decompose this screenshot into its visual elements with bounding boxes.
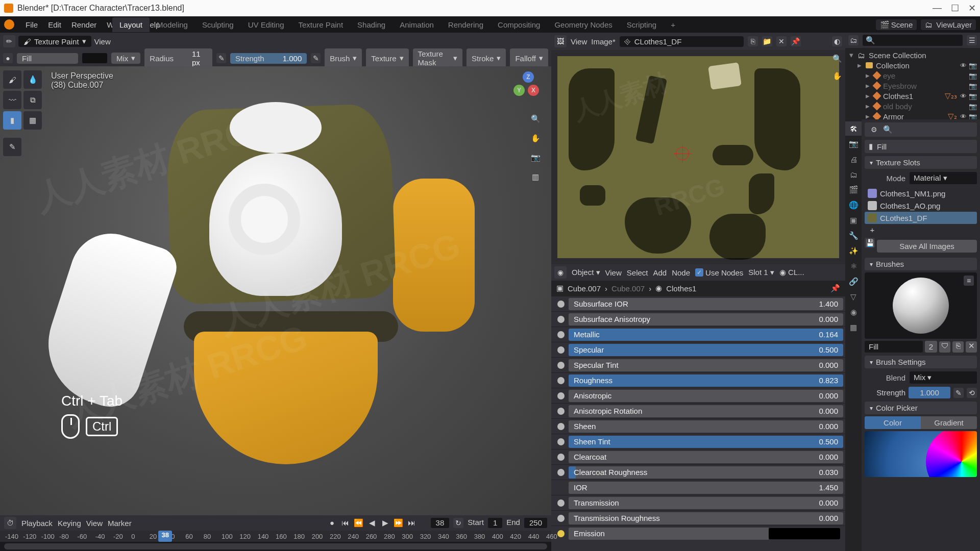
uv-zoom-icon[interactable]: 🔍 (831, 54, 843, 66)
timeline-menu-keying[interactable]: Keying (58, 519, 81, 528)
texture-mask-dropdown[interactable]: Texture Mask ▾ (413, 48, 463, 68)
tool-fill[interactable]: ▮ (3, 111, 21, 130)
workspace-tab-geometry-nodes[interactable]: Geometry Nodes (547, 17, 619, 32)
brush-name-field[interactable]: Fill (865, 341, 923, 353)
save-all-images-button[interactable]: Save All Images (877, 240, 977, 253)
brush-add-icon[interactable]: ⎘ (952, 341, 964, 353)
image-new-icon[interactable]: ⎘ (748, 36, 758, 46)
brush-strength-slider[interactable]: 1.000 (909, 387, 950, 398)
outliner-scene-collection[interactable]: ▾🗂Scene Collection (848, 50, 977, 60)
bsdf-specular-tint[interactable]: Specular Tint0.000 (551, 357, 845, 372)
texture-slots-header[interactable]: ▾Texture Slots (865, 156, 977, 169)
bsdf-clearcoat-roughness[interactable]: Clearcoat Roughness0.030 (551, 464, 845, 480)
workspace-tab-compositing[interactable]: Compositing (491, 17, 547, 32)
3d-viewport[interactable]: 🖌 💧 〰 ⧉ ▮ ▦ ✎ User Perspective (38) Cube… (0, 66, 551, 515)
menu-edit[interactable]: Edit (43, 20, 66, 29)
texture-dropdown[interactable]: Texture ▾ (366, 48, 408, 68)
texture-mode-dropdown[interactable]: Material ▾ (910, 172, 977, 184)
timeline-editor-icon[interactable]: ⏱ (4, 517, 16, 529)
start-frame-field[interactable]: 1 (488, 518, 502, 528)
bsdf-sheen-tint[interactable]: Sheen Tint0.500 (551, 434, 845, 449)
save-image-icon[interactable]: 💾 (865, 238, 875, 248)
uv-pan-icon[interactable]: ✋ (831, 71, 843, 84)
menu-render[interactable]: Render (66, 20, 102, 29)
brush-settings-header[interactable]: ▾Brush Settings (865, 356, 977, 368)
autokey-icon[interactable]: ● (327, 518, 338, 528)
tool-smear[interactable]: 〰 (3, 91, 21, 109)
outliner-item-eyesbrow[interactable]: ▸Eyesbrow 📷 (848, 81, 977, 91)
tab-scene[interactable]: 🎬 (845, 183, 862, 197)
scene-selector[interactable]: 🎬 Scene (876, 19, 917, 30)
brush-preview[interactable]: ≡ (865, 272, 977, 339)
material-name-field[interactable]: ◉ CL... (779, 268, 804, 277)
workspace-tab-uv-editing[interactable]: UV Editing (241, 17, 291, 32)
texture-slot-clothes1-nm1-png[interactable]: Clothes1_NM1.png (865, 187, 977, 199)
outliner-filter-icon[interactable]: ☰ (967, 35, 977, 45)
jump-start-icon[interactable]: ⏮ (340, 518, 351, 528)
strength-pressure-icon[interactable]: ✎ (953, 388, 964, 398)
image-name-field[interactable]: 🞜 CLothes1_DF (620, 36, 744, 47)
brush-dropdown[interactable]: Brush ▾ (325, 48, 362, 68)
node-menu-add[interactable]: Add (653, 268, 667, 277)
outliner-icon[interactable]: 🗂 (848, 35, 859, 45)
panel-options-icon[interactable]: ⚙ (869, 124, 879, 135)
color-tab[interactable]: Color (865, 416, 921, 429)
strength-field[interactable]: Strength 1.000 (230, 53, 307, 64)
image-open-icon[interactable]: 📁 (762, 36, 772, 46)
timeline-menu-marker[interactable]: Marker (108, 519, 132, 528)
tab-data[interactable]: ▽ (845, 290, 862, 304)
tab-object[interactable]: ▣ (845, 213, 862, 228)
bsdf-transmission[interactable]: Transmission0.000 (551, 495, 845, 510)
material-slot-dropdown[interactable]: Slot 1 ▾ (748, 268, 774, 277)
outliner-item-old-body[interactable]: ▸old body 📷 (848, 101, 977, 111)
window-close-button[interactable]: ✕ (968, 3, 976, 14)
image-editor-icon[interactable]: 🖼 (554, 35, 567, 47)
use-nodes-checkbox[interactable]: ✓Use Nodes (695, 268, 743, 277)
workspace-tab-layout[interactable]: Layout (112, 17, 150, 32)
strength-invert-icon[interactable]: ⟲ (967, 388, 977, 398)
shader-type-dropdown[interactable]: Object ▾ (572, 268, 600, 277)
uv-shading-icon[interactable]: ◐ (832, 36, 842, 46)
workspace-tab-animation[interactable]: Animation (393, 17, 441, 32)
window-maximize-button[interactable]: ☐ (951, 3, 959, 14)
outliner-search[interactable]: 🔍 (863, 35, 963, 46)
timeline-ruler[interactable]: -140-120-100-80-60-40-200204060801001201… (0, 531, 551, 542)
brushes-header[interactable]: ▾Brushes (865, 258, 977, 270)
next-key-icon[interactable]: ⏩ (393, 518, 404, 528)
bsdf-emission[interactable]: Emission (551, 525, 845, 541)
image-editor-canvas[interactable]: 🔍 ✋ 人人素材 RRCG (551, 50, 845, 264)
tab-physics[interactable]: ⚛ (845, 259, 862, 273)
tool-draw[interactable]: 🖌 (3, 70, 21, 89)
primary-color-swatch[interactable] (82, 53, 107, 63)
outliner-item-collection[interactable]: ▸Collection👁 📷 (848, 60, 977, 70)
tab-world[interactable]: 🌐 (845, 198, 862, 212)
panel-search[interactable]: ⚙ 🔍 (865, 122, 977, 137)
pin-icon[interactable]: 📌 (830, 284, 840, 293)
brush-name-field[interactable]: Fill (17, 53, 78, 64)
outliner-item-clothes1[interactable]: ▸Clothes1▽₂₃👁 📷 (848, 91, 977, 101)
tab-tool[interactable]: 🛠 (845, 121, 862, 136)
bsdf-transmission-roughness[interactable]: Transmission Roughness0.000 (551, 510, 845, 525)
strength-pressure-icon[interactable]: ✎ (311, 53, 321, 63)
workspace-tab-sculpting[interactable]: Sculpting (195, 17, 241, 32)
timeline-menu-view[interactable]: View (86, 519, 103, 528)
uv-menu-image[interactable]: Image* (591, 37, 616, 46)
tab-viewlayer[interactable]: 🗂 (845, 167, 862, 182)
texture-slot-clothes1-ao-png[interactable]: Clothes1_AO.png (865, 199, 977, 212)
editor-type-icon[interactable]: ✏ (3, 35, 15, 47)
timeline-scrollbar[interactable] (0, 542, 551, 551)
radius-field[interactable]: Radius 11 px (144, 48, 212, 68)
workspace-tab-rendering[interactable]: Rendering (441, 17, 491, 32)
color-picker-wheel[interactable] (865, 431, 977, 477)
node-menu-view[interactable]: View (605, 268, 622, 277)
tab-particles[interactable]: ✨ (845, 244, 862, 258)
texture-slot-add[interactable]: + (865, 224, 977, 236)
play-icon[interactable]: ▶ (380, 518, 391, 528)
tab-modifiers[interactable]: 🔧 (845, 229, 862, 243)
tab-material[interactable]: ◉ (845, 305, 862, 319)
radius-pressure-icon[interactable]: ✎ (216, 53, 226, 63)
interaction-mode-dropdown[interactable]: 🖌 Texture Paint ▾ (18, 36, 91, 47)
brush-fakeuser-icon[interactable]: 🛡 (939, 341, 950, 353)
brush-list-toggle-icon[interactable]: ≡ (964, 276, 974, 286)
bsdf-metallic[interactable]: Metallic0.164 (551, 327, 845, 342)
